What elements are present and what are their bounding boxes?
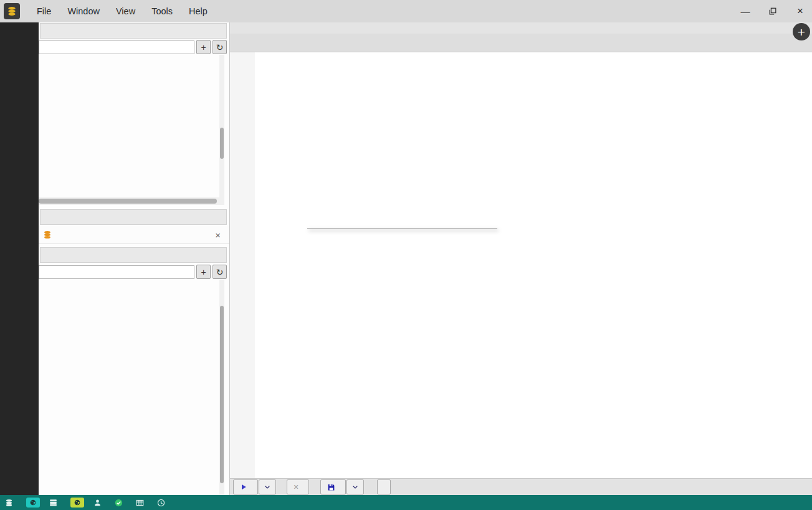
database-icon	[7, 6, 17, 16]
save-icon	[327, 483, 335, 491]
chevron-down-icon	[264, 483, 271, 491]
clock-icon	[157, 499, 165, 507]
refresh-connections-button[interactable]: ↻	[213, 40, 227, 54]
connections-header	[40, 23, 227, 39]
query-toolbar: ×	[230, 478, 812, 495]
pinned-header	[40, 209, 227, 225]
database-group-tabs	[230, 22, 812, 34]
add-object-button[interactable]: +	[196, 265, 211, 279]
dbgate-window: FileWindowViewToolsHelp — × + ↻ × +	[0, 0, 812, 510]
tables-vscrollbar[interactable]	[219, 280, 224, 495]
statusbar-db-color-swatch[interactable]	[26, 498, 40, 508]
execute-button[interactable]	[233, 479, 258, 494]
menu-file[interactable]: File	[29, 0, 59, 22]
statusbar-user[interactable]	[93, 499, 105, 507]
add-connection-button[interactable]: +	[196, 40, 211, 54]
statusbar-last-query-time	[157, 499, 169, 507]
app-icon	[4, 3, 20, 19]
connections-hscrollbar[interactable]	[39, 197, 224, 205]
menu-view[interactable]: View	[108, 0, 143, 22]
objects-header	[40, 247, 227, 263]
tables-tree	[39, 280, 219, 495]
format-code-button[interactable]	[377, 479, 391, 494]
object-search-input[interactable]	[39, 265, 194, 279]
main-area: + ×	[229, 22, 812, 495]
menubar: FileWindowViewToolsHelp — ×	[0, 0, 812, 23]
menu-help[interactable]: Help	[181, 0, 216, 22]
execute-dropdown-button[interactable]	[259, 479, 276, 494]
play-icon	[240, 483, 247, 491]
save-button[interactable]	[320, 479, 346, 494]
statusbar-engine-version	[136, 499, 148, 507]
minimize-button[interactable]: —	[740, 6, 751, 17]
statusbar-status	[115, 499, 127, 507]
line-number-gutter	[230, 52, 255, 478]
palette-icon	[70, 498, 84, 508]
connections-tree	[39, 55, 219, 197]
pinned-item[interactable]: ×	[39, 226, 229, 244]
restore-button[interactable]	[767, 6, 778, 17]
left-panel: + ↻ × + ↻	[39, 22, 229, 495]
autocomplete-popup	[307, 228, 497, 229]
server-icon	[49, 499, 57, 507]
menu-window[interactable]: Window	[59, 0, 108, 22]
statusbar	[0, 495, 812, 510]
statusbar-connection-color-swatch[interactable]	[70, 498, 84, 508]
close-button[interactable]: ×	[795, 6, 806, 17]
new-tab-button[interactable]: +	[793, 23, 810, 40]
menu-tools[interactable]: Tools	[143, 0, 181, 22]
database-icon	[5, 499, 13, 507]
refresh-objects-button[interactable]: ↻	[213, 265, 227, 279]
connection-search-input[interactable]	[39, 40, 194, 54]
kill-button[interactable]: ×	[287, 479, 309, 494]
statusbar-database[interactable]	[5, 499, 17, 507]
chevron-down-icon	[351, 483, 359, 491]
statusbar-connection[interactable]	[49, 499, 61, 507]
sql-editor[interactable]	[230, 52, 812, 478]
save-dropdown-button[interactable]	[346, 479, 364, 494]
unpin-icon[interactable]: ×	[215, 230, 221, 240]
database-icon	[43, 230, 52, 239]
grid-icon	[136, 499, 144, 507]
close-icon: ×	[294, 482, 299, 492]
tab-bar	[230, 34, 812, 52]
check-circle-icon	[115, 499, 123, 507]
user-icon	[93, 499, 102, 507]
palette-icon	[26, 498, 40, 508]
connections-vscrollbar[interactable]	[219, 55, 224, 197]
icon-rail	[0, 22, 39, 495]
